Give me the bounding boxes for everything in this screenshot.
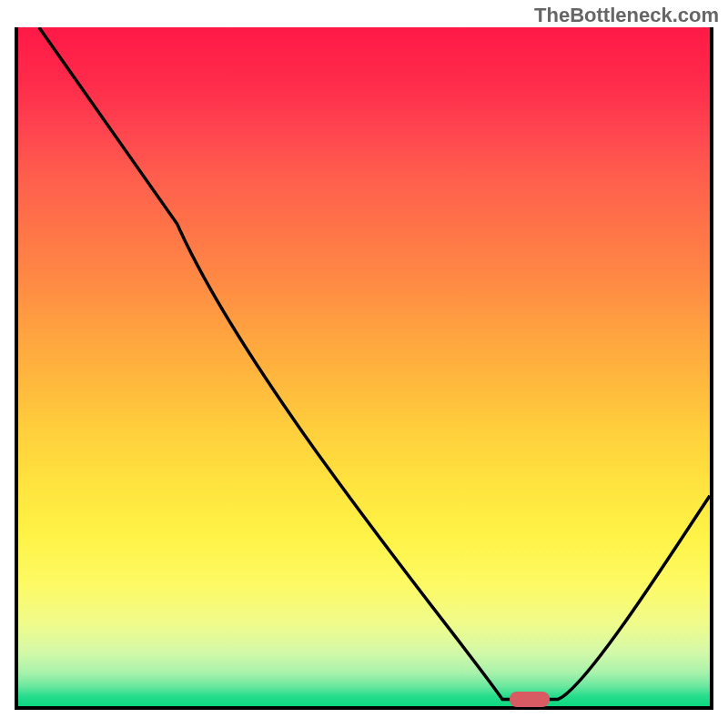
optimal-marker	[510, 692, 550, 707]
watermark-text: TheBottleneck.com	[534, 4, 719, 27]
chart-container: TheBottleneck.com	[0, 0, 728, 728]
gradient-background	[18, 27, 710, 706]
plot-area	[15, 27, 713, 710]
